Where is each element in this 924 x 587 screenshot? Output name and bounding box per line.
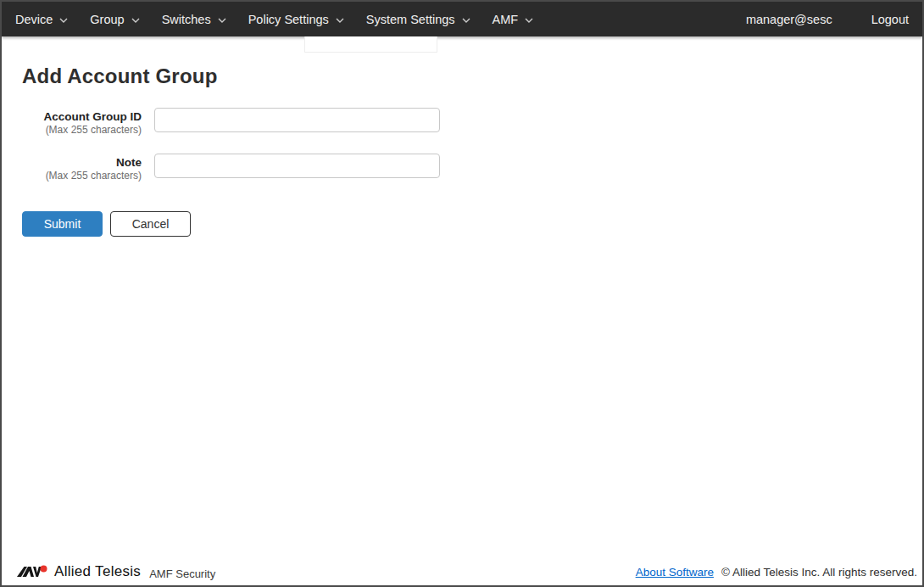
field-label-note: Note (Max 255 characters) (2, 154, 142, 182)
nav-item-label: Group (90, 13, 124, 26)
field-label: Account Group ID (2, 109, 142, 124)
submit-button[interactable]: Submit (22, 211, 103, 237)
chevron-down-icon (336, 18, 344, 23)
field-label-account-group-id: Account Group ID (Max 255 characters) (2, 108, 142, 137)
chevron-down-icon (218, 18, 226, 23)
footer-links: About Software © Allied Telesis Inc. All… (636, 566, 917, 579)
chevron-down-icon (59, 18, 68, 23)
nav-item-policy-settings[interactable]: Policy Settings (248, 13, 344, 26)
nav-item-label: Policy Settings (248, 13, 329, 26)
nav-item-label: AMF (493, 13, 519, 26)
field-hint: (Max 255 characters) (2, 124, 142, 137)
brand-name: Allied Telesis (54, 563, 141, 580)
chevron-down-icon (525, 18, 533, 23)
copyright-text: © Allied Telesis Inc. All rights reserve… (721, 566, 917, 579)
nav-item-label: Switches (162, 13, 211, 26)
field-label: Note (2, 155, 142, 170)
nav-item-group[interactable]: Group (90, 13, 139, 26)
footer: Allied Telesis AMF Security About Softwa… (17, 561, 917, 583)
account-group-id-input[interactable] (154, 108, 440, 132)
nav-item-label: System Settings (366, 13, 455, 26)
form-buttons: Submit Cancel (22, 211, 922, 237)
chevron-down-icon (462, 18, 470, 23)
allied-telesis-logo-icon (17, 564, 49, 579)
footer-brand: Allied Telesis AMF Security (17, 563, 215, 580)
app-window: Device Group Switches Policy Settings Sy… (0, 0, 924, 587)
top-navbar: Device Group Switches Policy Settings Sy… (2, 2, 922, 36)
nav-item-system-settings[interactable]: System Settings (366, 13, 470, 26)
nav-item-switches[interactable]: Switches (162, 13, 226, 26)
chevron-down-icon (131, 18, 140, 23)
nav-item-amf[interactable]: AMF (493, 13, 534, 26)
nav-item-device[interactable]: Device (15, 13, 68, 26)
cancel-button[interactable]: Cancel (110, 211, 191, 237)
logged-in-user: manager@sesc (746, 13, 832, 26)
nav-menu: Device Group Switches Policy Settings Sy… (15, 13, 555, 26)
main-content: Add Account Group Account Group ID (Max … (2, 36, 922, 237)
nav-right: manager@sesc Logout (746, 13, 909, 26)
note-input[interactable] (154, 154, 440, 178)
field-hint: (Max 255 characters) (2, 170, 142, 182)
add-account-group-form: Account Group ID (Max 255 characters) No… (2, 108, 922, 182)
nav-item-label: Device (15, 13, 53, 26)
logout-button[interactable]: Logout (871, 13, 909, 26)
product-name: AMF Security (149, 567, 215, 580)
about-software-link[interactable]: About Software (636, 566, 714, 579)
page-title: Add Account Group (22, 64, 922, 88)
